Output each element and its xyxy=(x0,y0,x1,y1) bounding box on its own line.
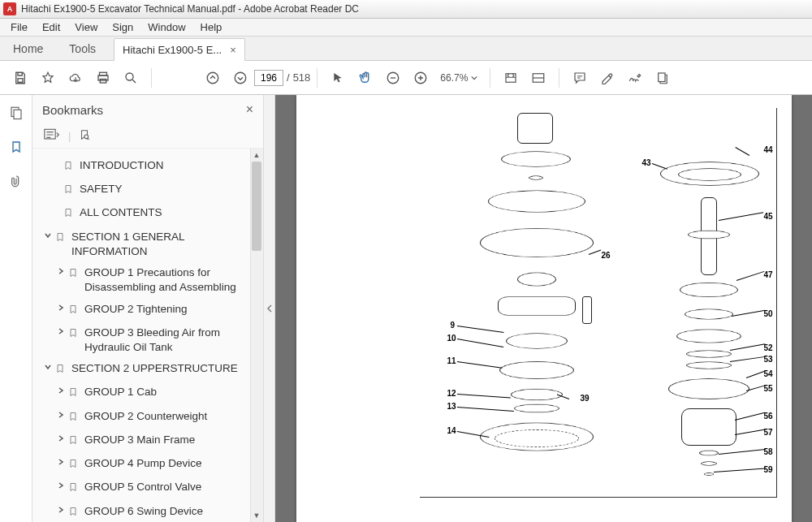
svg-point-4 xyxy=(126,73,133,80)
svg-rect-3 xyxy=(100,79,106,83)
menu-view[interactable]: View xyxy=(67,19,105,35)
bookmark-item[interactable]: ALL CONTENTS xyxy=(39,202,260,226)
tab-bar: Home Tools Hitachi Ex1900-5 E... × xyxy=(0,37,812,61)
save-icon[interactable] xyxy=(8,66,32,90)
cloud-icon[interactable] xyxy=(63,66,88,90)
zoom-out-icon[interactable] xyxy=(381,66,405,90)
bookmarks-list: INTRODUCTIONSAFETYALL CONTENTSSECTION 1 … xyxy=(32,149,263,522)
hand-tool-icon[interactable] xyxy=(353,66,378,90)
ribbon-icon xyxy=(68,386,80,402)
bookmark-item[interactable]: GROUP 1 Precautions for Disassembling an… xyxy=(39,262,260,298)
chevron-down-icon[interactable] xyxy=(42,363,54,371)
tab-close-icon[interactable]: × xyxy=(230,44,236,56)
bookmark-item[interactable]: GROUP 3 Main Frame xyxy=(39,429,260,453)
bookmark-item[interactable]: GROUP 5 Control Valve xyxy=(39,477,260,500)
page-up-icon[interactable] xyxy=(201,66,225,90)
chevron-right-icon[interactable] xyxy=(55,327,67,335)
zoom-level[interactable]: 66.7% xyxy=(434,70,483,86)
svg-rect-9 xyxy=(506,73,516,82)
bookmark-item[interactable]: GROUP 4 Pump Device xyxy=(39,453,260,477)
callout-12: 12 xyxy=(447,389,456,398)
chevron-right-icon[interactable] xyxy=(55,481,67,490)
svg-point-6 xyxy=(235,72,246,84)
find-bookmark-icon[interactable] xyxy=(79,127,90,145)
chevron-right-icon[interactable] xyxy=(55,386,67,395)
bookmark-label: GROUP 6 Swing Device xyxy=(84,504,257,519)
tab-document[interactable]: Hitachi Ex1900-5 E... × xyxy=(114,38,245,61)
chevron-right-icon[interactable] xyxy=(55,506,67,514)
options-icon[interactable] xyxy=(44,128,60,144)
chevron-right-icon[interactable] xyxy=(55,458,67,466)
scroll-up-icon[interactable]: ▲ xyxy=(251,149,262,161)
tab-home[interactable]: Home xyxy=(0,37,56,60)
menu-window[interactable]: Window xyxy=(140,19,192,35)
bookmarks-header: Bookmarks × xyxy=(32,95,263,124)
bookmarks-title: Bookmarks xyxy=(42,103,103,117)
page-number-input[interactable] xyxy=(254,70,283,86)
bookmarks-icon[interactable] xyxy=(6,137,26,157)
ribbon-icon xyxy=(63,160,75,175)
share-icon[interactable] xyxy=(650,66,675,90)
highlight-icon[interactable] xyxy=(595,66,620,90)
bookmark-item[interactable]: GROUP 1 Cab xyxy=(39,382,260,405)
bookmark-item[interactable]: SECTION 1 GENERAL INFORMATION xyxy=(39,226,260,262)
bookmark-label: INTRODUCTION xyxy=(80,158,257,173)
bookmark-label: SECTION 2 UPPERSTRUCTURE xyxy=(71,361,257,376)
zoom-value: 66.7% xyxy=(440,72,468,84)
bookmark-item[interactable]: GROUP 3 Bleeding Air from Hydraulic Oil … xyxy=(39,322,260,358)
callout-9: 9 xyxy=(451,321,456,330)
chevron-down-icon xyxy=(471,75,477,81)
attachments-icon[interactable] xyxy=(6,171,26,191)
separator xyxy=(559,68,559,88)
callout-14: 14 xyxy=(447,426,456,435)
bookmark-item[interactable]: INTRODUCTION xyxy=(39,155,260,179)
scroll-thumb[interactable] xyxy=(252,162,261,251)
search-icon[interactable] xyxy=(119,66,143,90)
zoom-in-icon[interactable] xyxy=(408,66,433,90)
tab-tools[interactable]: Tools xyxy=(56,37,109,60)
bookmark-label: GROUP 1 Precautions for Disassembling an… xyxy=(84,265,257,295)
bookmark-item[interactable]: GROUP 6 Swing Device xyxy=(39,501,260,523)
bookmark-label: GROUP 3 Main Frame xyxy=(84,433,257,447)
callout-54: 54 xyxy=(764,369,773,378)
menu-edit[interactable]: Edit xyxy=(35,19,67,35)
chevron-right-icon[interactable] xyxy=(55,267,67,275)
callout-11: 11 xyxy=(447,356,456,365)
menu-file[interactable]: File xyxy=(3,19,35,35)
callout-13: 13 xyxy=(447,402,456,411)
chevron-right-icon[interactable] xyxy=(55,411,67,419)
separator xyxy=(317,68,317,88)
star-icon[interactable] xyxy=(36,66,60,90)
comment-icon[interactable] xyxy=(568,66,592,90)
sign-icon[interactable] xyxy=(623,66,647,90)
menu-sign[interactable]: Sign xyxy=(105,19,140,35)
page-down-icon[interactable] xyxy=(228,66,253,90)
app-icon: A xyxy=(3,2,16,15)
bookmark-item[interactable]: GROUP 2 Tightening xyxy=(39,299,260,322)
bookmark-label: SECTION 1 GENERAL INFORMATION xyxy=(71,230,257,259)
close-panel-icon[interactable]: × xyxy=(246,102,253,117)
chevron-down-icon[interactable] xyxy=(42,231,54,239)
scroll-down-icon[interactable]: ▼ xyxy=(251,510,262,521)
window-titlebar: A Hitachi Ex1900-5 Excavator Technical M… xyxy=(0,0,812,19)
ribbon-icon xyxy=(68,304,80,319)
chevron-right-icon[interactable] xyxy=(55,304,67,312)
scrollbar[interactable]: ▲ ▼ xyxy=(250,149,263,522)
chevron-right-icon[interactable] xyxy=(55,434,67,442)
select-tool-icon[interactable] xyxy=(326,66,350,90)
menu-help[interactable]: Help xyxy=(193,19,230,35)
fit-page-icon[interactable] xyxy=(526,66,551,90)
bookmark-item[interactable]: SAFETY xyxy=(39,179,260,202)
callout-26: 26 xyxy=(602,251,611,260)
fit-width-icon[interactable] xyxy=(499,66,523,90)
bookmark-item[interactable]: SECTION 2 UPPERSTRUCTURE xyxy=(39,358,260,382)
tab-document-label: Hitachi Ex1900-5 E... xyxy=(123,44,222,56)
bookmark-item[interactable]: GROUP 2 Counterweight xyxy=(39,406,260,429)
document-viewport[interactable]: 9 10 11 12 13 14 26 39 43 44 xyxy=(275,95,812,522)
print-icon[interactable] xyxy=(91,66,115,90)
svg-rect-0 xyxy=(18,78,23,82)
thumbnails-icon[interactable] xyxy=(6,103,26,123)
callout-44: 44 xyxy=(764,145,773,154)
collapse-panel-icon[interactable] xyxy=(264,95,275,522)
svg-point-5 xyxy=(207,72,218,84)
